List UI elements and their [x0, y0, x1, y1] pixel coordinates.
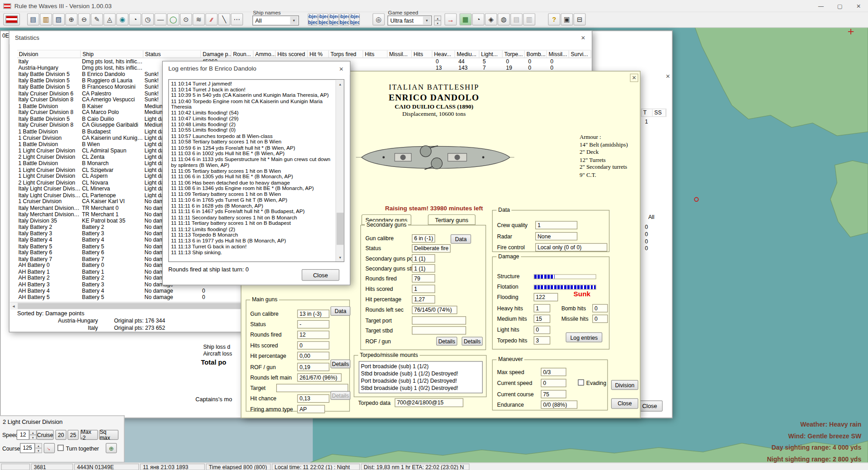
column-header[interactable]: Mediu...	[455, 50, 480, 57]
log-entry[interactable]: 11 10:40 Torpedo Engine room hit CA Kais…	[171, 98, 334, 110]
scroll-left-icon[interactable]: ◄	[10, 303, 17, 310]
help-button[interactable]: ?	[548, 13, 560, 25]
column-header[interactable]: Torpe...	[503, 50, 525, 57]
mine-button[interactable]: ◈	[485, 13, 497, 25]
clock-button[interactable]: ◔	[129, 13, 141, 25]
zoom-out-button[interactable]: ⊖	[78, 13, 90, 25]
log-dialog-close-button[interactable]: ✕	[337, 65, 345, 73]
grid-1-button[interactable]: ▤	[510, 13, 523, 25]
log-entries-button[interactable]: Log entries	[566, 332, 602, 342]
log-entry[interactable]: 11 10:39 5 in 540 yds (CA Kaiserin und K…	[171, 92, 334, 98]
print-button[interactable]: ⊟	[574, 13, 586, 25]
torpedo-mount-item[interactable]: Port broadside (sub) 1 (1/2)	[361, 363, 480, 370]
speed-25-button[interactable]: 25	[67, 430, 78, 440]
wake-lines-button[interactable]: ≋	[193, 13, 205, 25]
main-details-button[interactable]: Details	[330, 360, 350, 369]
more-tools-button[interactable]: ⋯	[231, 13, 243, 25]
course-stepper-arrows[interactable]: ▲▼	[35, 443, 42, 453]
max-speed-button[interactable]: Max -2	[80, 430, 98, 440]
battle-window-close-button[interactable]: ✕	[664, 72, 672, 80]
set-course-button[interactable]: →	[44, 443, 55, 453]
column-header[interactable]: Roun...	[231, 50, 254, 57]
log-entry[interactable]: 11 11:11 6 in 1467 yds Fore/aft hull hit…	[171, 209, 334, 215]
column-header[interactable]: Missil...	[387, 50, 412, 57]
advance-button[interactable]: →	[444, 13, 457, 25]
log-entry[interactable]: 11 10:14 Turret J jammed!	[171, 81, 334, 87]
speed-spinner[interactable]: 12	[17, 430, 29, 440]
run-button[interactable]: [object Object]	[308, 13, 318, 25]
column-header[interactable]: Bomb...	[525, 50, 547, 57]
evading-checkbox[interactable]	[578, 380, 584, 385]
scroll-down-icon[interactable]: ▼	[336, 253, 344, 261]
division-button[interactable]: Division	[611, 380, 638, 390]
formation-target-button[interactable]: ⊕	[106, 443, 117, 453]
stopwatch-button[interactable]: ◷	[142, 13, 154, 25]
column-header[interactable]: Torps fired	[329, 50, 363, 57]
globe-button[interactable]: ◉	[116, 13, 128, 25]
column-header[interactable]: SS	[653, 109, 666, 116]
terrain-button[interactable]: ▦	[459, 13, 472, 25]
tab-tertiary-guns[interactable]: Tertiary guns	[428, 214, 476, 225]
torpedo-mount-item[interactable]: Stbd broadside (sub) 1 (0/2) Destroyed!	[361, 385, 480, 392]
course-spinner[interactable]: 125	[20, 443, 35, 453]
secondary-details-stbd-button[interactable]: Details	[462, 337, 483, 346]
log-entry[interactable]: 11 10:47 Limits flooding! (29)	[171, 116, 334, 122]
clock-2-button[interactable]: ◔	[472, 13, 484, 25]
record-button[interactable]: ◎	[373, 13, 385, 25]
scroll-up-icon[interactable]: ▲	[336, 80, 344, 88]
torpedo-mount-item[interactable]: Port broadside (sub) 1 (1/2) Destroyed!	[361, 377, 480, 385]
sonar-circle-button[interactable]: ⊙	[180, 13, 192, 25]
minimize-button[interactable]: —	[811, 0, 830, 12]
nation-flag-button[interactable]	[3, 13, 20, 25]
report-button[interactable]: ▥	[40, 13, 52, 25]
speed-stepper[interactable]: ▲▼	[434, 15, 441, 25]
zoom-in-button[interactable]: ⊕	[65, 13, 77, 25]
speed-stepper-arrows[interactable]: ▲▼	[29, 430, 37, 440]
column-header[interactable]: Heav...	[432, 50, 455, 57]
column-header[interactable]: T	[642, 109, 652, 116]
signal-circle-button[interactable]: ◯	[167, 13, 179, 25]
speed-20-button[interactable]: 20	[55, 430, 66, 440]
log-entry[interactable]: 11 11:08 6 in 1346 yds Engine room hit B…	[171, 185, 334, 191]
statistics-close-button[interactable]: ✕	[579, 34, 587, 42]
orders-button[interactable]: ▨	[52, 13, 65, 25]
log-entry[interactable]: 11 11:13 Ship sinking.	[171, 250, 334, 256]
weight-button[interactable]: ◍	[498, 13, 510, 25]
log-close-button[interactable]: Close	[302, 269, 339, 281]
highlight-button[interactable]: ◬	[104, 13, 116, 25]
log-entry[interactable]: 11 10:55 Limits flooding! (0)	[171, 128, 334, 133]
torpedo-mount-item[interactable]: Stbd broadside (sub) 1 (1/2) Destroyed!	[361, 370, 480, 377]
run-step-3-button[interactable]: [object Object]	[340, 13, 349, 25]
ship-window-close-button[interactable]: ✕	[630, 74, 638, 82]
column-header[interactable]: Hits	[363, 50, 387, 57]
secondary-details-port-button[interactable]: Details	[436, 337, 458, 346]
battle-close-button[interactable]: Close	[637, 400, 663, 411]
bearing-line-button[interactable]: ╲	[218, 13, 230, 25]
run-step-4-button[interactable]: [object Object]	[350, 13, 360, 25]
draw-button[interactable]: ✎	[91, 13, 103, 25]
column-header[interactable]: Hits scored	[276, 50, 308, 57]
red-hatch-button[interactable]: ∕∕	[205, 13, 217, 25]
vertical-scrollbar[interactable]: ▲ ▼	[335, 80, 344, 261]
log-entry[interactable]: 11 11:04 6 in 1133 yds Superstructure hi…	[171, 157, 334, 168]
run-step-1-button[interactable]: [object Object]	[318, 13, 328, 25]
ship-close-button[interactable]: Close	[611, 398, 638, 408]
column-header[interactable]: Ammo...	[254, 50, 276, 57]
column-header[interactable]: Ship	[81, 50, 143, 57]
secondary-data-button[interactable]: Data	[451, 234, 471, 244]
ship-names-select[interactable]: All▼	[252, 15, 299, 25]
log-entry[interactable]: 11 11:06 6 in 1305 yds Hull hit BE * (B …	[171, 174, 334, 180]
column-header[interactable]: Hit %	[308, 50, 329, 57]
save-button[interactable]: ▤	[27, 13, 39, 25]
column-header[interactable]: Division	[17, 50, 81, 57]
game-speed-select[interactable]: Ultra fast▼	[387, 15, 432, 25]
scrollbar-thumb[interactable]	[336, 213, 344, 245]
column-header[interactable]: Missil...	[547, 50, 569, 57]
column-header[interactable]: Survi...	[569, 50, 591, 57]
log-entry[interactable]: 11 11:13 Turret G back in action!	[171, 244, 334, 250]
log-entry[interactable]: 11 11:03 6 in 1002 yds Hull hit BE * (B …	[171, 151, 334, 157]
column-header[interactable]: Light...	[479, 50, 502, 57]
log-entry[interactable]: 11 11:13 Torpedo B Monarch	[171, 232, 334, 238]
main-data-button[interactable]: Data	[330, 306, 350, 316]
maximize-button[interactable]: ▢	[830, 0, 849, 12]
